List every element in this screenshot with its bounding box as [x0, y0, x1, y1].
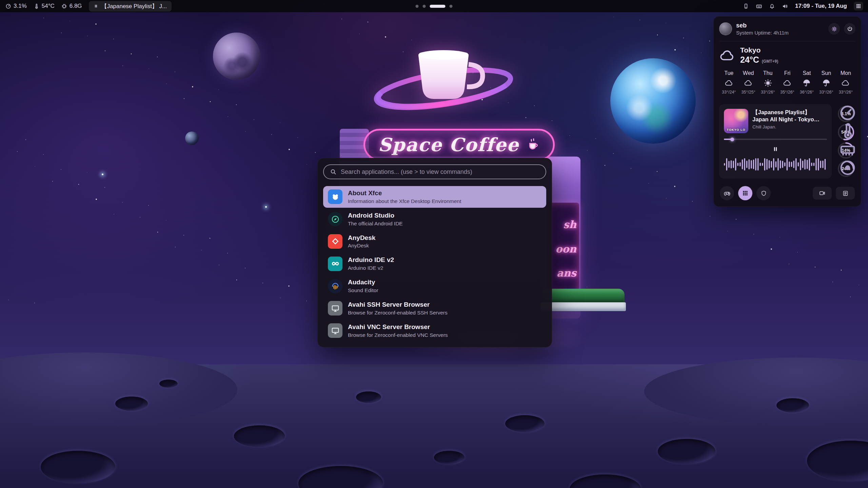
screen-record-button[interactable]	[813, 187, 832, 200]
small-moon	[185, 131, 199, 145]
coffee-cup-icon	[525, 137, 540, 152]
crater	[234, 425, 285, 447]
weather-timezone: (GMT+9)	[762, 59, 778, 64]
track-subtitle: Chill Japan.	[752, 124, 827, 129]
app-row-android-studio[interactable]: Android Studio The official Android IDE	[323, 208, 546, 230]
app-row-about-xfce[interactable]: About Xfce Information about the Xfce De…	[323, 186, 546, 208]
volume-icon[interactable]	[782, 3, 788, 9]
neon-sign: Space Coffee	[363, 129, 555, 161]
workspace-active-pill[interactable]	[430, 5, 446, 8]
cpu-icon	[839, 104, 857, 122]
window-neon-text: sh	[563, 219, 576, 230]
sign-text: Space Coffee	[378, 134, 519, 156]
power-icon	[847, 26, 853, 32]
app-name: Arduino IDE v2	[348, 256, 394, 264]
disk-icon	[839, 159, 857, 177]
power-button[interactable]	[844, 23, 855, 35]
cloud-icon	[725, 79, 733, 87]
avatar[interactable]	[719, 22, 732, 35]
forecast-day: Thu	[763, 70, 773, 76]
shield-button[interactable]	[756, 186, 771, 200]
cloud-icon	[719, 47, 735, 64]
forecast-temps: 35°/26°	[780, 90, 794, 95]
app-row-avahi-vnc[interactable]: Avahi VNC Server Browser Browse for Zero…	[323, 320, 546, 342]
app-row-avahi-ssh[interactable]: Avahi SSH Server Browser Browse for Zero…	[323, 298, 546, 319]
sun-icon	[764, 79, 772, 87]
workspace-dot-4[interactable]	[450, 5, 453, 8]
app-name: Android Studio	[348, 212, 403, 220]
cloud-icon	[783, 79, 792, 87]
gamepad-button[interactable]	[720, 186, 734, 200]
forecast-temps: 35°/25°	[741, 90, 755, 95]
now-playing-pill[interactable]: 【Japanese Playlist】 J...	[89, 1, 172, 12]
keyboard-icon[interactable]	[756, 3, 762, 9]
arduino-icon	[328, 257, 342, 271]
app-grid-button[interactable]	[854, 2, 863, 11]
app-grid-button[interactable]	[738, 186, 752, 200]
search-box[interactable]	[323, 164, 546, 179]
notes-icon	[842, 190, 849, 197]
clock[interactable]: 17:09 - Tue, 19 Aug	[795, 3, 847, 9]
weather-temperature: 24°C	[740, 55, 759, 65]
workspace-dot-1[interactable]	[416, 5, 419, 8]
forecast-day: Mon	[841, 70, 851, 76]
app-row-audacity[interactable]: Audacity Sound Editor	[323, 275, 546, 297]
forecast-row: Tue 33°/24° Wed 35°/25° Thu 33°/26° Fri …	[719, 70, 855, 95]
app-row-anydesk[interactable]: AnyDesk AnyDesk	[323, 231, 546, 252]
weather-city: Tokyo	[740, 46, 778, 54]
forecast-mon: Mon 33°/26°	[836, 70, 855, 95]
forecast-temps: 33°/26°	[839, 90, 853, 95]
app-name: Avahi VNC Server Browser	[348, 323, 448, 331]
app-desc: Information about the Xfce Desktop Envir…	[348, 198, 461, 204]
phone-icon[interactable]	[743, 3, 749, 9]
app-desc: The official Android IDE	[348, 221, 403, 227]
android-studio-icon	[328, 212, 342, 226]
top-bar: 3.1% 54°C 6.8G 【Japanese Playlist】 J... …	[0, 0, 868, 12]
cpu-gauge-icon	[5, 3, 11, 9]
bell-icon[interactable]	[769, 3, 775, 9]
forecast-temps: 33°/26°	[761, 90, 775, 95]
crater	[159, 380, 178, 388]
album-art-label: TOKYO LO	[724, 128, 748, 131]
music-player: TOKYO LO 【Japanese Playlist】 Japan All N…	[719, 104, 832, 179]
cloud-icon	[841, 79, 850, 87]
search-icon	[330, 168, 337, 175]
forecast-day: Fri	[784, 70, 791, 76]
hedge	[542, 289, 625, 304]
monitor-icon	[328, 301, 342, 316]
workspace-dot-2[interactable]	[423, 5, 426, 8]
forecast-tue: Tue 33°/24°	[719, 70, 738, 95]
purple-planet	[213, 33, 260, 80]
forecast-thu: Thu 33°/26°	[758, 70, 777, 95]
crater	[776, 398, 809, 412]
crater	[115, 396, 148, 411]
forecast-day: Sun	[822, 70, 831, 76]
search-input[interactable]	[341, 168, 539, 176]
forecast-fri: Fri 35°/26°	[777, 70, 797, 95]
pause-icon	[94, 4, 98, 8]
crater	[434, 451, 465, 464]
app-desc: Browse for Zeroconf-enabled VNC Servers	[348, 332, 448, 338]
bright-star	[265, 206, 267, 208]
temperature-stat: 54°C	[34, 3, 55, 9]
progress-knob[interactable]	[730, 138, 734, 141]
temperature-gauge: 54°C	[837, 123, 855, 141]
track-title: 【Japanese Playlist】 Japan All Night - To…	[752, 109, 827, 123]
app-row-arduino-ide[interactable]: Arduino IDE v2 Arduino IDE v2	[323, 253, 546, 274]
control-center-panel: seb System Uptime: 4h11m Tokyo 24°C (GMT…	[713, 16, 861, 207]
bright-star	[102, 174, 103, 175]
forecast-sat: Sat 36°/26°	[797, 70, 816, 95]
pause-button[interactable]	[770, 144, 781, 154]
album-art[interactable]: TOKYO LO	[724, 109, 748, 133]
seek-bar[interactable]	[724, 139, 827, 140]
settings-button[interactable]	[828, 23, 840, 35]
shield-icon	[761, 190, 767, 197]
app-desc: Sound Editor	[348, 287, 378, 293]
grid-icon	[856, 3, 861, 9]
waveform	[724, 157, 827, 172]
now-playing-text: 【Japanese Playlist】 J...	[101, 2, 167, 10]
forecast-day: Tue	[724, 70, 733, 76]
notes-button[interactable]	[836, 187, 855, 200]
cpu-gauge: 3.1%	[837, 105, 855, 123]
xfce-icon	[328, 189, 342, 204]
